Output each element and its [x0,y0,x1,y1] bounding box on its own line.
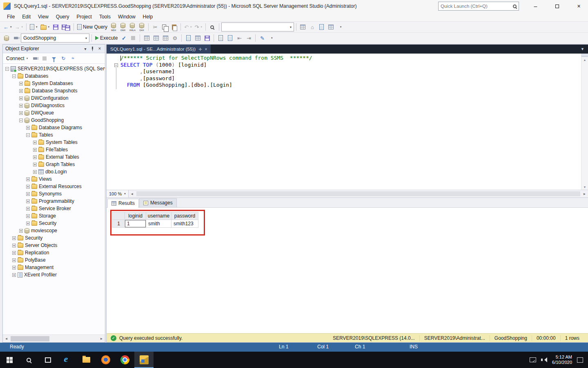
outdent-button[interactable]: ⇤ [235,34,244,43]
tree-item-xevent-profiler[interactable]: +XEvent Profiler [3,271,105,278]
sql-editor[interactable]: − /****** Script for SelectTopNRows comm… [107,54,588,190]
minimize-button[interactable]: – [526,0,545,12]
registered-servers-button[interactable] [298,22,307,32]
stop-icon[interactable] [41,55,48,62]
menu-help[interactable]: Help [139,13,157,21]
tree-item-views[interactable]: +Views [3,175,105,183]
refresh-icon[interactable]: ↻ [60,55,67,62]
expand-toggle-icon[interactable]: + [26,200,30,203]
tree-item-external-tables[interactable]: +External Tables [3,153,105,161]
connect-button[interactable]: Connect▾ [5,55,29,62]
expand-toggle-icon[interactable]: + [26,185,30,188]
panel-menu-icon[interactable]: ▾ [82,47,88,51]
tree-item-dwqueue[interactable]: +DWQueue [3,109,105,117]
tree-item-database-snapshots[interactable]: +Database Snapshots [3,87,105,94]
cancel-query-button[interactable] [129,34,138,43]
mdx-query-icon[interactable]: MDX [109,22,118,31]
expand-toggle-icon[interactable]: + [19,104,23,108]
tree-item-system-databases[interactable]: +System Databases [3,80,105,87]
scroll-left-icon[interactable]: ◄ [3,337,10,341]
template-explorer-button[interactable] [327,22,336,32]
expand-toggle-icon[interactable]: + [26,214,30,218]
expand-toggle-icon[interactable]: + [12,244,16,247]
ssms-taskbar-button[interactable] [134,352,154,368]
scroll-thumb[interactable] [136,191,580,196]
tree-item-dbo-login[interactable]: +dbo.Login [3,168,105,175]
expand-toggle-icon[interactable]: + [33,141,37,144]
dax-query-icon[interactable]: DAX [137,22,146,31]
properties-window-button[interactable]: ⌂ [308,22,317,32]
expand-toggle-icon[interactable]: + [12,273,16,277]
cell-username[interactable]: smith [146,220,172,228]
tray-volume-icon[interactable] [541,357,547,362]
expand-toggle-icon[interactable]: + [33,155,37,159]
expand-toggle-icon[interactable]: + [26,192,30,196]
save-button[interactable] [51,22,60,32]
scroll-left-icon[interactable]: ◄ [129,192,136,196]
tree-item-security[interactable]: +Security [3,234,105,242]
menu-project[interactable]: Project [73,13,96,21]
tree-item-moviescope[interactable]: +moviescope [3,227,105,234]
indent-button[interactable]: ⇥ [244,34,253,43]
undo-button[interactable]: ↶▾ [183,22,193,32]
chevron-down-icon[interactable]: ▾ [85,36,87,40]
tree-item-synonyms[interactable]: +Synonyms [3,190,105,197]
quick-launch-box[interactable] [438,2,519,11]
select-all-corner[interactable] [113,212,125,220]
search-icon[interactable] [513,4,517,8]
menu-file[interactable]: File [3,13,18,21]
expand-toggle-icon[interactable]: + [33,163,37,166]
expand-toggle-icon[interactable]: + [26,126,30,130]
action-center-icon[interactable] [577,357,583,363]
estimated-plan-button[interactable] [142,34,151,43]
menu-view[interactable]: View [34,13,52,21]
change-connection-button[interactable] [2,34,11,43]
expand-toggle-icon[interactable]: + [19,82,23,85]
column-header-password[interactable]: password [172,212,198,220]
navigate-forward-button[interactable]: →▾ [13,22,24,32]
tree-item-programmability[interactable]: +Programmability [3,197,105,205]
column-header-loginid[interactable]: loginid [125,212,146,220]
messages-tab[interactable]: Messages [139,198,177,207]
results-to-file-button[interactable] [203,34,212,43]
save-all-button[interactable] [60,22,71,32]
taskbar-search-button[interactable] [19,352,38,368]
filter-icon[interactable] [51,55,57,62]
tree-item-security[interactable]: +Security [3,220,105,227]
column-header-username[interactable]: username [146,212,172,220]
firefox-button[interactable] [96,352,115,368]
sql-code[interactable]: /****** Script for SelectTopNRows comman… [120,55,312,89]
quick-launch-input[interactable] [441,4,513,9]
copy-button[interactable] [160,22,169,32]
tree-item-dwdiagnostics[interactable]: +DWDiagnostics [3,102,105,109]
file-explorer-button[interactable] [77,352,96,368]
menu-tools[interactable]: Tools [96,13,114,21]
tree-item-polybase[interactable]: +PolyBase [3,256,105,264]
tree-item-filetables[interactable]: +FileTables [3,146,105,153]
activity-monitor-icon[interactable]: ≈ [69,55,76,62]
object-explorer-hscrollbar[interactable]: ◄ ► [3,334,105,342]
expand-toggle-icon[interactable]: + [12,236,16,240]
paste-button[interactable] [169,22,178,32]
expand-toggle-icon[interactable]: + [26,177,30,181]
pin-icon[interactable] [91,47,94,51]
scroll-thumb[interactable] [11,336,49,341]
collapse-toggle-icon[interactable]: − [5,67,9,71]
results-to-text-button[interactable] [184,34,193,43]
actual-plan-button[interactable] [161,34,170,43]
tree-item-storage[interactable]: +Storage [3,212,105,220]
task-view-button[interactable] [38,352,58,368]
collapse-toggle-icon[interactable]: − [26,133,30,137]
tree-item-tables[interactable]: −Tables [3,131,105,139]
collapse-toggle-icon[interactable]: − [19,119,23,122]
live-query-stats-button[interactable] [151,34,160,43]
tree-item-database-diagrams[interactable]: +Database Diagrams [3,124,105,131]
tree-item-goodshopping[interactable]: −GoodShopping [3,117,105,124]
editor-hscrollbar[interactable]: ◄ ► [129,190,588,197]
tray-display-icon[interactable] [530,357,536,362]
new-query-button[interactable]: New Query [76,22,109,32]
tree-item-system-tables[interactable]: +System Tables [3,139,105,146]
expand-toggle-icon[interactable]: + [19,96,23,100]
internet-explorer-button[interactable] [58,352,77,368]
menu-query[interactable]: Query [52,13,73,21]
